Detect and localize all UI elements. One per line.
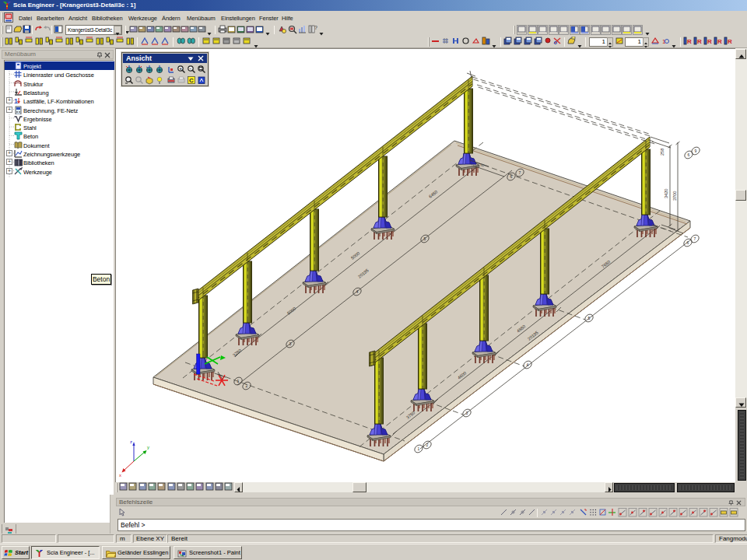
- svg-text:1: 1: [237, 379, 240, 383]
- svg-text:3: 3: [466, 411, 468, 415]
- svg-text:1: 1: [14, 97, 18, 105]
- svg-text:3420: 3420: [664, 189, 668, 198]
- svg-text:9: 9: [695, 149, 697, 153]
- svg-text:y: y: [147, 445, 149, 450]
- svg-text:5: 5: [588, 316, 591, 320]
- svg-text:4: 4: [527, 362, 529, 367]
- svg-text:x: x: [119, 473, 121, 478]
- svg-text:3700: 3700: [672, 191, 677, 201]
- svg-text:1: 1: [662, 38, 666, 45]
- svg-text:5: 5: [424, 236, 426, 241]
- svg-text:2: 2: [246, 383, 248, 388]
- svg-text:-: -: [189, 66, 191, 71]
- svg-text:R: R: [687, 38, 692, 45]
- svg-text:4: 4: [356, 289, 359, 294]
- svg-text:2: 2: [426, 443, 429, 447]
- svg-text:R: R: [717, 38, 722, 45]
- svg-text:R: R: [707, 38, 712, 45]
- svg-text:z: z: [130, 439, 132, 444]
- svg-text:1: 1: [418, 446, 420, 451]
- svg-text:+: +: [179, 66, 182, 71]
- svg-text:6: 6: [688, 152, 690, 157]
- svg-text:258: 258: [660, 149, 665, 156]
- svg-text:C: C: [189, 77, 194, 84]
- svg-text:?: ?: [314, 25, 317, 30]
- svg-text:7: 7: [694, 236, 696, 241]
- svg-text:6: 6: [687, 240, 689, 245]
- svg-text:6: 6: [510, 174, 513, 179]
- svg-text:3: 3: [289, 341, 292, 346]
- svg-text:R: R: [697, 38, 702, 45]
- svg-text:7: 7: [519, 170, 521, 175]
- svg-text:R: R: [728, 38, 732, 45]
